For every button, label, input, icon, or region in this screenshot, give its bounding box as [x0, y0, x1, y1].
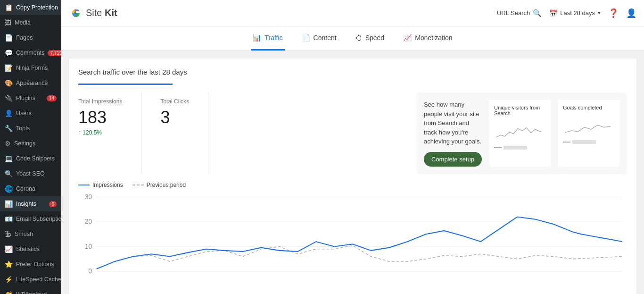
url-search-button[interactable]: URL Search 🔍	[497, 9, 542, 17]
info-panel: See how many people visit your site from…	[416, 92, 627, 174]
svg-text:20: 20	[85, 217, 92, 225]
sidebar-item-corona[interactable]: 🌐 Corona	[0, 181, 61, 196]
sidebar-item-yoast-seo[interactable]: 🔍 Yoast SEO	[0, 166, 61, 181]
sidebar-item-tools[interactable]: 🔧 Tools	[0, 121, 61, 136]
content-tab-label: Content	[314, 34, 337, 42]
sidebar-item-email-subscription[interactable]: 📧 Email Subscription	[0, 211, 61, 227]
tab-monetization[interactable]: 📈 Monetization	[401, 26, 454, 50]
media-icon: 🖼	[5, 19, 11, 26]
legend-impressions: Impressions	[78, 182, 123, 188]
copy-protection-icon: 📋	[5, 4, 13, 11]
insights-icon: 📊	[5, 200, 13, 208]
sidebar-item-pages[interactable]: 📄 Pages	[0, 30, 61, 45]
sidebar-item-settings[interactable]: ⚙ Settings	[0, 136, 61, 151]
tab-traffic[interactable]: 📊 Traffic	[251, 26, 284, 50]
complete-setup-button[interactable]: Complete setup	[424, 152, 482, 167]
content-area: Search traffic over the last 28 days Tot…	[61, 51, 644, 294]
logo: Site Kit	[69, 6, 117, 20]
topbar: Site Kit URL Search 🔍 📅 Last 28 days ▾ ❓…	[61, 0, 644, 26]
topbar-actions: URL Search 🔍 📅 Last 28 days ▾ ❓ 👤	[497, 8, 636, 18]
speed-tab-icon: ⏱	[355, 34, 363, 42]
mini-chart-2-legend-icon	[563, 142, 570, 143]
clicks-value: 3	[160, 108, 189, 127]
traffic-card: Search traffic over the last 28 days Tot…	[69, 59, 636, 294]
legend-impressions-label: Impressions	[92, 182, 123, 188]
sidebar-label-pages: Pages	[16, 34, 33, 41]
sidebar-item-media[interactable]: 🖼 Media	[0, 15, 61, 30]
sidebar-item-litespeed-cache[interactable]: ⚡ LiteSpeed Cache	[0, 272, 61, 287]
monetization-tab-label: Monetization	[415, 34, 452, 42]
main-area: Site Kit URL Search 🔍 📅 Last 28 days ▾ ❓…	[61, 0, 644, 294]
mini-chart-2-legend-text	[572, 140, 596, 144]
sidebar-item-wpapplaud[interactable]: 👏 WPApplaud	[0, 287, 61, 294]
sidebar-item-users[interactable]: 👤 Users	[0, 106, 61, 121]
date-picker-button[interactable]: 📅 Last 28 days ▾	[549, 9, 601, 17]
stats-area: Total Impressions 183 ↑ 120.5% Total Cli…	[78, 92, 627, 174]
sidebar-label-ninja-forms: Ninja Forms	[16, 65, 48, 71]
sidebar-item-statistics[interactable]: 📈 Statistics	[0, 242, 61, 257]
sidebar-label-media: Media	[15, 19, 31, 26]
sidebar-label-tools: Tools	[16, 125, 30, 132]
sidebar-item-insights[interactable]: 📊 Insights 6	[0, 196, 61, 211]
total-impressions-box: Total Impressions 183 ↑ 120.5%	[78, 92, 141, 174]
tab-content[interactable]: 📄 Content	[300, 26, 339, 50]
help-icon[interactable]: ❓	[608, 8, 619, 18]
comments-badge: 7,719	[48, 50, 61, 56]
info-description: See how many people visit your site from…	[424, 100, 482, 146]
google-logo-icon	[69, 6, 83, 20]
info-panel-text: See how many people visit your site from…	[424, 100, 482, 167]
user-avatar[interactable]: 👤	[626, 8, 636, 18]
previous-period-line-icon	[132, 185, 144, 185]
goals-completed-label: Goals completed	[563, 105, 615, 110]
impressions-line-icon	[78, 185, 90, 185]
sidebar-item-prefer-options[interactable]: ⭐ Prefer Options	[0, 257, 61, 272]
sidebar-item-plugins[interactable]: 🔌 Plugins 14	[0, 91, 61, 106]
smush-icon: 🗜	[5, 230, 11, 238]
sidebar: 📋 Copy Protection 🖼 Media 📄 Pages 💬 Comm…	[0, 0, 61, 294]
card-title: Search traffic over the last 28 days	[78, 68, 627, 76]
clicks-label: Total Clicks	[160, 98, 189, 105]
sidebar-item-copy-protection[interactable]: 📋 Copy Protection	[0, 0, 61, 15]
mini-chart-1-legend-text	[504, 146, 527, 150]
sidebar-item-smush[interactable]: 🗜 Smush	[0, 227, 61, 242]
sidebar-label-wpapplaud: WPApplaud	[16, 291, 47, 294]
sidebar-label-smush: Smush	[15, 231, 33, 237]
plugins-icon: 🔌	[5, 94, 13, 102]
content-tab-icon: 📄	[302, 34, 311, 42]
traffic-tab-label: Traffic	[264, 34, 282, 42]
sidebar-item-ninja-forms[interactable]: 📝 Ninja Forms	[0, 60, 61, 76]
date-range-label: Last 28 days	[560, 9, 595, 17]
sidebar-label-code-snippets: Code Snippets	[16, 155, 55, 162]
speed-tab-label: Speed	[365, 34, 384, 42]
total-clicks-box: Total Clicks 3	[160, 92, 208, 174]
impressions-label: Total Impressions	[78, 98, 122, 105]
users-icon: 👤	[5, 109, 13, 117]
unique-visitors-chart-icon	[494, 119, 546, 143]
tab-underline	[78, 84, 173, 85]
main-chart-svg: 30 20 10 0	[78, 192, 627, 291]
goals-completed-chart-icon	[563, 113, 615, 137]
unique-visitors-label: Unique visitors from Search	[494, 105, 546, 116]
impressions-change: ↑ 120.5%	[78, 129, 122, 136]
logo-text: Site Kit	[86, 8, 117, 18]
legend-previous-label: Previous period	[147, 182, 186, 188]
spacer	[227, 92, 416, 174]
traffic-tab-icon: 📊	[253, 34, 262, 42]
sidebar-item-comments[interactable]: 💬 Comments 7,719	[0, 45, 61, 60]
tab-speed[interactable]: ⏱ Speed	[354, 26, 386, 50]
prefer-options-icon: ⭐	[5, 260, 13, 268]
litespeed-cache-icon: ⚡	[5, 276, 13, 283]
svg-text:0: 0	[89, 267, 92, 275]
tabs-bar: 📊 Traffic 📄 Content ⏱ Speed 📈 Monetizati…	[61, 26, 644, 51]
sidebar-label-corona: Corona	[16, 185, 35, 192]
impressions-value: 183	[78, 108, 122, 127]
sidebar-label-users: Users	[16, 110, 32, 117]
plugins-badge: 14	[47, 95, 57, 101]
email-subscription-icon: 📧	[5, 215, 13, 223]
sidebar-item-code-snippets[interactable]: 💻 Code Snippets	[0, 151, 61, 166]
pages-icon: 📄	[5, 34, 13, 42]
ninja-forms-icon: 📝	[5, 64, 13, 72]
sidebar-label-copy-protection: Copy Protection	[16, 4, 58, 11]
sidebar-item-appearance[interactable]: 🎨 Appearance	[0, 76, 61, 91]
goals-completed-mini-chart: Goals completed	[558, 100, 619, 167]
